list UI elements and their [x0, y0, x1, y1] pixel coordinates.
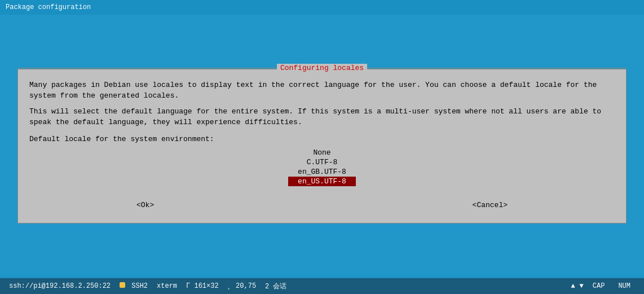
- term-label: xterm: [152, 282, 182, 290]
- up-arrow[interactable]: ▲: [571, 282, 575, 290]
- title-line-right: [367, 68, 626, 68]
- dialog-title: Configuring locales: [277, 64, 367, 72]
- pos-label: ¸ 20,75: [223, 282, 261, 290]
- cap-label: CAP: [588, 282, 610, 290]
- dialog-title-bar: Configuring locales: [18, 64, 626, 72]
- down-arrow[interactable]: ▼: [580, 282, 584, 290]
- locale-list: None C.UTF-8 en_GB.UTF-8 en_US.UTF-8: [29, 148, 615, 186]
- locale-item-none[interactable]: None: [288, 148, 356, 157]
- buttons-area: <Ok> <Cancel>: [29, 195, 615, 215]
- sessions-label: 2 会话: [261, 282, 291, 291]
- status-dot: [120, 282, 125, 288]
- title-bar: Package configuration: [0, 0, 644, 15]
- description-p1: Many packages in Debian use locales to d…: [29, 80, 615, 102]
- ok-button[interactable]: <Ok>: [131, 200, 160, 210]
- size-label: Γ 161×32: [182, 282, 223, 290]
- locale-item-c-utf8[interactable]: C.UTF-8: [288, 157, 356, 167]
- locale-item-en-gb-utf8[interactable]: en_GB.UTF-8: [288, 167, 356, 177]
- status-bar: ssh://pi@192.168.2.250:22 SSH2 xterm Γ 1…: [0, 278, 644, 294]
- dialog-box: Configuring locales Many packages in Deb…: [17, 69, 627, 223]
- cancel-button[interactable]: <Cancel>: [467, 200, 513, 210]
- description-block: Many packages in Debian use locales to d…: [29, 80, 615, 128]
- window-title: Package configuration: [6, 3, 91, 11]
- title-line-left: [18, 68, 277, 68]
- terminal-area: Configuring locales Many packages in Deb…: [0, 15, 644, 277]
- ssh2-label: SSH2: [115, 282, 152, 290]
- num-label: NUM: [614, 282, 635, 290]
- session-info: ssh://pi@192.168.2.250:22: [5, 282, 115, 290]
- locale-item-en-us-utf8[interactable]: en_US.UTF-8: [288, 177, 356, 186]
- dialog-content: Many packages in Debian use locales to d…: [18, 69, 626, 223]
- description-p2: This will select the default language fo…: [29, 106, 615, 128]
- locale-label: Default locale for the system environmen…: [29, 135, 615, 143]
